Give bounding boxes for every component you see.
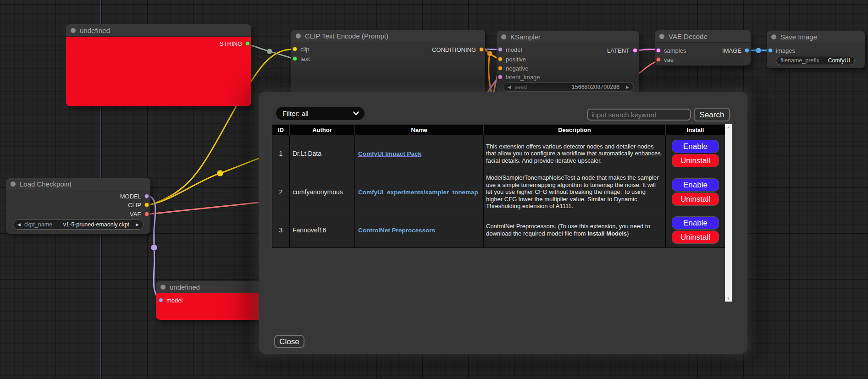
text-slot-dot[interactable]: [293, 56, 297, 61]
conditioning-slot-dot[interactable]: [479, 47, 484, 52]
positive-slot-dot[interactable]: [498, 57, 503, 61]
input-slot-positive[interactable]: positive: [498, 56, 526, 62]
cell-name: ComfyUI_experiments/sampler_tonemap: [355, 172, 484, 212]
node-title: undefined: [170, 283, 200, 291]
output-slot-image[interactable]: IMAGE: [722, 47, 749, 54]
cell-author: Fannovel16: [290, 212, 355, 248]
collapse-dot-icon[interactable]: [11, 181, 16, 187]
ckpt-name-widget[interactable]: ◀ ckpt_name v1-5-pruned-emaonly.ckpt ▶: [13, 220, 144, 230]
input-slot-negative[interactable]: negative: [498, 65, 528, 71]
negative-slot-dot[interactable]: [498, 66, 503, 71]
uninstall-button[interactable]: Uninstall: [672, 193, 719, 205]
prev-arrow-icon[interactable]: ◀: [17, 222, 21, 227]
input-slot-samples[interactable]: samples: [656, 47, 686, 54]
uninstall-button[interactable]: Uninstall: [672, 231, 719, 243]
input-slot-images[interactable]: images: [768, 47, 795, 54]
clip-out-slot-dot[interactable]: [144, 203, 149, 207]
slot-label: MODEL: [120, 193, 141, 200]
node-save-image[interactable]: Save Image images filename_prefix ComfyU…: [767, 31, 865, 68]
widget-value: v1-5-pruned-emaonly.ckpt: [63, 221, 129, 228]
slot-label: IMAGE: [722, 47, 741, 54]
increment-arrow-icon[interactable]: ▶: [626, 85, 629, 89]
slot-label: model: [506, 46, 522, 53]
search-input[interactable]: [587, 109, 691, 121]
slot-label: images: [776, 47, 795, 54]
slot-label: CLIP: [128, 202, 141, 209]
cell-id: 1: [272, 135, 290, 172]
collapse-dot-icon[interactable]: [501, 34, 506, 39]
output-slot-latent[interactable]: LATENT: [607, 47, 637, 54]
close-button[interactable]: Close: [274, 335, 304, 348]
clip-slot-dot[interactable]: [293, 47, 297, 51]
search-button[interactable]: Search: [694, 108, 730, 121]
slot-label: text: [300, 55, 310, 62]
extension-link[interactable]: ComfyUI Impact Pack: [358, 150, 421, 157]
node-title: VAE Decode: [669, 33, 708, 40]
node-title-bar: undefined: [66, 24, 251, 37]
cell-install: EnableUninstall: [666, 212, 725, 248]
node-vae-decode[interactable]: VAE Decode samples vae IMAGE: [655, 30, 751, 66]
image-slot-dot[interactable]: [745, 48, 749, 53]
input-slot-text[interactable]: text: [293, 55, 310, 62]
collapse-dot-icon[interactable]: [296, 33, 301, 38]
scroll-up-icon[interactable]: ▲: [727, 124, 730, 130]
enable-button[interactable]: Enable: [672, 140, 719, 153]
column-header-name: Name: [355, 125, 484, 135]
filename-prefix-widget[interactable]: filename_prefix ComfyUI: [776, 56, 855, 65]
enable-button[interactable]: Enable: [672, 179, 719, 191]
model-slot-dot[interactable]: [159, 298, 163, 302]
slot-label: latent_image: [506, 74, 540, 81]
scroll-down-icon[interactable]: ▼: [727, 296, 730, 302]
node-undefined-top[interactable]: undefined STRING: [66, 24, 251, 106]
model-out-slot-dot[interactable]: [144, 194, 149, 198]
decrement-arrow-icon[interactable]: ◀: [508, 85, 511, 89]
latent-slot-dot[interactable]: [498, 75, 503, 79]
node-ksampler[interactable]: KSampler model positive negative latent_…: [497, 31, 639, 96]
next-arrow-icon[interactable]: ▶: [136, 222, 139, 227]
input-slot-latent-image[interactable]: latent_image: [498, 74, 540, 80]
node-title: undefined: [80, 27, 110, 34]
collapse-dot-icon[interactable]: [71, 28, 76, 33]
cell-name: ComfyUI Impact Pack: [355, 135, 484, 172]
collapse-dot-icon[interactable]: [160, 285, 166, 290]
input-slot-clip[interactable]: clip: [293, 46, 310, 52]
vae-out-slot-dot[interactable]: [144, 212, 149, 216]
seed-widget[interactable]: ◀ seed 156680208700286 ▶: [503, 82, 634, 92]
output-slot-string[interactable]: STRING: [220, 40, 250, 47]
filter-dropdown[interactable]: Filter: all: [276, 107, 365, 120]
model-slot-dot[interactable]: [498, 47, 503, 52]
extension-table-container: IDAuthorNameDescriptionInstall 1Dr.Lt.Da…: [272, 124, 732, 302]
node-title-bar: Load Checkpoint: [6, 178, 150, 190]
node-clip-text-encode[interactable]: CLIP Text Encode (Prompt) clip text COND…: [291, 30, 485, 94]
string-slot-dot[interactable]: [245, 41, 250, 46]
cell-author: comfyanonymous: [290, 172, 355, 212]
description-text: ): [627, 230, 629, 237]
comfyui-canvas[interactable]: undefined STRING CLIP Text Encode (Promp…: [0, 0, 868, 379]
table-scrollbar[interactable]: ▲ ▼: [725, 124, 732, 302]
input-slot-model[interactable]: model: [498, 46, 522, 53]
output-slot-vae[interactable]: VAE: [130, 211, 149, 217]
output-slot-clip[interactable]: CLIP: [128, 202, 149, 208]
output-slot-model[interactable]: MODEL: [120, 193, 149, 199]
output-slot-conditioning[interactable]: CONDITIONING: [432, 46, 484, 53]
collapse-dot-icon[interactable]: [771, 34, 776, 39]
extension-link[interactable]: ComfyUI_experiments/sampler_tonemap: [358, 189, 478, 196]
description-text: This extension offers various detector n…: [486, 143, 661, 164]
vae-slot-dot[interactable]: [656, 57, 661, 62]
node-title: Load Checkpoint: [20, 180, 72, 188]
collapse-dot-icon[interactable]: [659, 34, 664, 39]
samples-slot-dot[interactable]: [656, 48, 661, 53]
extension-table-body: 1Dr.Lt.DataComfyUI Impact PackThis exten…: [272, 135, 725, 248]
node-load-checkpoint[interactable]: Load Checkpoint MODEL CLIP VAE ◀ ckpt_na…: [6, 178, 150, 234]
filter-dropdown-value: Filter: all: [282, 110, 309, 117]
column-header-author: Author: [290, 125, 355, 135]
input-slot-model[interactable]: model: [159, 297, 182, 303]
images-slot-dot[interactable]: [768, 48, 773, 53]
uninstall-button[interactable]: Uninstall: [672, 154, 719, 167]
input-slot-vae[interactable]: vae: [656, 56, 674, 63]
enable-button[interactable]: Enable: [672, 217, 719, 229]
description-bold-text: Install Models: [587, 230, 627, 237]
extension-link[interactable]: ControlNet Preprocessors: [358, 227, 435, 234]
latent-out-slot-dot[interactable]: [633, 48, 637, 53]
widget-name: seed: [514, 84, 527, 90]
